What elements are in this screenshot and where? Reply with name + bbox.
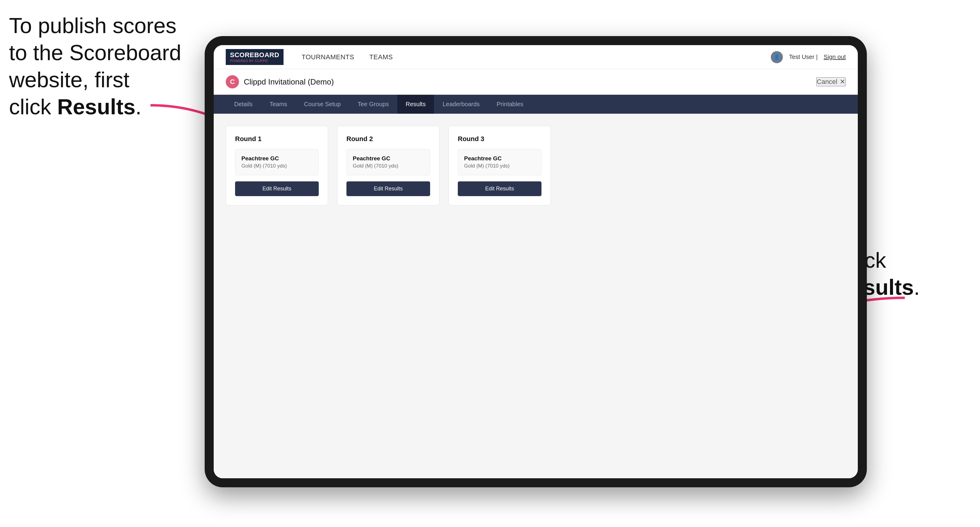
- instruction-line3: website, first: [9, 68, 129, 92]
- nav-right: 👤 Test User | Sign out: [771, 51, 846, 63]
- course-name-1: Peachtree GC: [242, 155, 312, 162]
- nav-teams[interactable]: TEAMS: [369, 53, 393, 61]
- top-nav: SCOREBOARD Powered by clippd TOURNAMENTS…: [214, 45, 858, 69]
- cancel-button[interactable]: Cancel ✕: [816, 77, 846, 86]
- round-card-2: Round 2 Peachtree GC Gold (M) (7010 yds)…: [337, 126, 439, 205]
- close-icon: ✕: [840, 78, 845, 86]
- main-content: Round 1 Peachtree GC Gold (M) (7010 yds)…: [214, 114, 858, 478]
- instruction-line1: To publish scores: [9, 14, 177, 38]
- nav-links: TOURNAMENTS TEAMS: [302, 53, 771, 61]
- tab-results[interactable]: Results: [397, 95, 434, 114]
- round-2-title: Round 2: [347, 135, 430, 143]
- instruction-line4-prefix: click: [9, 95, 57, 119]
- nav-tournaments[interactable]: TOURNAMENTS: [302, 53, 354, 61]
- tournament-header: C Clippd Invitational (Demo) Cancel ✕: [214, 69, 858, 95]
- cancel-label: Cancel: [817, 78, 837, 86]
- tab-leaderboards[interactable]: Leaderboards: [434, 95, 488, 114]
- round-card-3: Round 3 Peachtree GC Gold (M) (7010 yds)…: [449, 126, 551, 205]
- instruction-line4-bold: Results: [57, 95, 135, 119]
- logo: SCOREBOARD Powered by clippd: [226, 49, 283, 65]
- tab-details[interactable]: Details: [226, 95, 261, 114]
- course-details-2: Gold (M) (7010 yds): [353, 163, 424, 169]
- tab-course-setup[interactable]: Course Setup: [296, 95, 349, 114]
- edit-results-button-3[interactable]: Edit Results: [458, 181, 541, 196]
- tab-tee-groups[interactable]: Tee Groups: [349, 95, 397, 114]
- round-3-title: Round 3: [458, 135, 541, 143]
- sub-nav: Details Teams Course Setup Tee Groups Re…: [214, 95, 858, 114]
- instruction-right-line2-suffix: .: [914, 275, 920, 299]
- tab-printables[interactable]: Printables: [488, 95, 532, 114]
- tab-teams[interactable]: Teams: [261, 95, 296, 114]
- tournament-title: Clippd Invitational (Demo): [244, 77, 334, 87]
- tournament-title-area: C Clippd Invitational (Demo): [226, 75, 334, 89]
- tablet-screen: SCOREBOARD Powered by clippd TOURNAMENTS…: [214, 45, 858, 478]
- rounds-grid: Round 1 Peachtree GC Gold (M) (7010 yds)…: [226, 126, 846, 205]
- course-details-3: Gold (M) (7010 yds): [464, 163, 535, 169]
- round-1-title: Round 1: [235, 135, 319, 143]
- tablet-device: SCOREBOARD Powered by clippd TOURNAMENTS…: [205, 36, 867, 487]
- logo-sub: Powered by clippd: [230, 59, 279, 63]
- course-card-1: Peachtree GC Gold (M) (7010 yds): [235, 149, 319, 175]
- tournament-icon-letter: C: [230, 78, 235, 86]
- course-card-3: Peachtree GC Gold (M) (7010 yds): [458, 149, 541, 175]
- course-card-2: Peachtree GC Gold (M) (7010 yds): [347, 149, 430, 175]
- edit-results-button-2[interactable]: Edit Results: [347, 181, 430, 196]
- course-details-1: Gold (M) (7010 yds): [242, 163, 312, 169]
- course-name-3: Peachtree GC: [464, 155, 535, 162]
- edit-results-button-1[interactable]: Edit Results: [235, 181, 319, 196]
- logo-text: SCOREBOARD: [230, 51, 279, 59]
- tournament-icon: C: [226, 75, 239, 89]
- logo-area: SCOREBOARD Powered by clippd: [226, 49, 283, 65]
- user-label: Test User |: [789, 54, 818, 60]
- user-avatar: 👤: [771, 51, 783, 63]
- course-name-2: Peachtree GC: [353, 155, 424, 162]
- round-card-1: Round 1 Peachtree GC Gold (M) (7010 yds)…: [226, 126, 328, 205]
- sign-out-link[interactable]: Sign out: [824, 54, 846, 60]
- instruction-line2: to the Scoreboard: [9, 41, 181, 65]
